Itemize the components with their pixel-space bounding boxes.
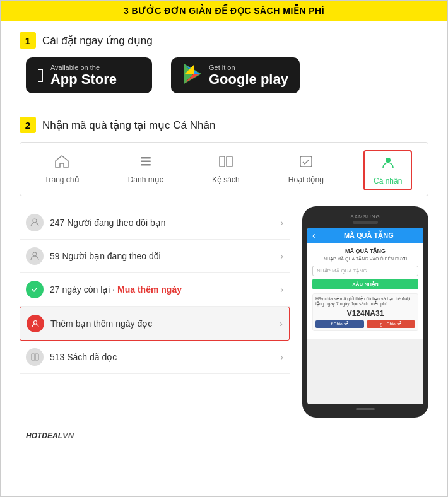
addfriend-chevron: › xyxy=(280,319,283,329)
step2-number: 2 xyxy=(20,117,36,133)
footer-logo: HOTDEALVN xyxy=(26,431,74,447)
step2-label: Nhận mã quà tặng tại mục Cá Nhân xyxy=(42,119,215,132)
tab-hoatdong[interactable]: Hoạt động xyxy=(280,150,333,190)
svg-rect-15 xyxy=(32,354,35,360)
tab-canhan-label: Cá nhân xyxy=(374,177,402,185)
phone-input: NHẬP MÃ QUÀ TẶNG xyxy=(312,266,418,276)
googleplay-main: Google play xyxy=(209,72,288,87)
phone-confirm-btn: XÁC NHẬN xyxy=(312,279,418,289)
days-icon xyxy=(26,281,44,298)
addfriend-icon xyxy=(27,315,44,332)
main-row: 247 Người đang theo dõi bạn › 59 Người b… xyxy=(20,206,428,418)
svg-rect-16 xyxy=(35,354,38,360)
phone-subtitle: NHẬP MÃ QUÀ TẶNG VÀO Ô BÊN DƯỚI xyxy=(312,257,418,262)
list-item-following[interactable]: 59 Người bạn đang theo dõi › xyxy=(20,240,290,273)
home-icon xyxy=(54,154,70,173)
following-text: 59 Người bạn đang theo dõi xyxy=(50,251,275,261)
left-panel: 247 Người đang theo dõi bạn › 59 Người b… xyxy=(20,206,290,374)
following-icon xyxy=(26,247,44,265)
phone-screen-title: MÃ QUÀ TẶNG xyxy=(319,231,418,240)
step2-section: 2 Nhận mã quà tặng tại mục Cá Nhân Trang… xyxy=(20,117,428,418)
days-chevron: › xyxy=(280,284,283,295)
apple-icon:  xyxy=(37,66,44,85)
tab-hoatdong-label: Hoạt động xyxy=(288,175,324,184)
booksread-chevron: › xyxy=(280,352,283,362)
svg-point-11 xyxy=(386,158,391,163)
list-item-booksread[interactable]: 513 Sách đã đọc › xyxy=(20,341,290,374)
phone-speaker xyxy=(353,221,378,224)
phone-section-title: MÃ QUÀ TẶNG xyxy=(312,248,418,254)
phone-share-box: Hãy chia sẻ mã giới thiệu đó bạn và bạn … xyxy=(312,293,418,331)
followers-chevron: › xyxy=(280,218,283,228)
phone-bottom-bar xyxy=(356,408,375,410)
bookshelf-icon xyxy=(218,154,234,173)
appstore-text: Available on the App Store xyxy=(50,64,117,87)
phone-share-gg[interactable]: g+ Chia sẻ xyxy=(367,320,415,328)
phone-screen-header: ‹ MÃ QUÀ TẶNG xyxy=(307,228,423,243)
svg-rect-7 xyxy=(141,164,151,166)
tab-kesach[interactable]: Kệ sách xyxy=(203,150,249,190)
followers-text: 247 Người đang theo dõi bạn xyxy=(50,218,275,228)
list-icon xyxy=(138,154,154,173)
tab-trangchu[interactable]: Trang chủ xyxy=(36,150,88,190)
svg-rect-5 xyxy=(141,157,151,159)
booksread-text: 513 Sách đã đọc xyxy=(50,352,275,362)
list-item-addfriend[interactable]: Thêm bạn thêm ngày đọc › xyxy=(20,307,290,341)
divider1 xyxy=(20,105,428,105)
gplus-icon: g+ xyxy=(380,322,386,326)
googleplay-icon xyxy=(182,64,203,87)
phone-outer: SAMSUNG ‹ MÃ QUÀ TẶNG MÃ QUÀ TẶNG NHẬP M… xyxy=(302,206,428,418)
phone-share-btns: f Chia sẻ g+ Chia sẻ xyxy=(315,320,415,328)
tab-canhan[interactable]: Cá nhân xyxy=(363,150,412,190)
tab-kesach-label: Kệ sách xyxy=(212,175,240,184)
phone-brand: SAMSUNG xyxy=(307,214,423,219)
googleplay-button[interactable]: Get it on Google play xyxy=(171,57,300,93)
footer: HOTDEALVN xyxy=(20,430,428,447)
nav-tabs: Trang chủ Danh mục xyxy=(20,142,428,196)
svg-rect-8 xyxy=(220,156,225,167)
appstore-button[interactable]:  Available on the App Store xyxy=(26,57,152,93)
phone-screen: ‹ MÃ QUÀ TẶNG MÃ QUÀ TẶNG NHẬP MÃ QUÀ TẶ… xyxy=(307,228,423,404)
header-banner: 3 BƯỚC ĐƠN GIẢN ĐỂ ĐỌC SÁCH MIỄN PHÍ xyxy=(1,1,447,21)
list-item-followers[interactable]: 247 Người đang theo dõi bạn › xyxy=(20,206,290,240)
phone-share-fb[interactable]: f Chia sẻ xyxy=(315,320,364,328)
following-chevron: › xyxy=(280,251,283,261)
step1-label: Cài đặt ngay ứng dụng xyxy=(42,34,153,47)
tab-trangchu-label: Trang chủ xyxy=(45,175,80,184)
svg-rect-6 xyxy=(141,161,151,163)
svg-point-12 xyxy=(33,219,37,223)
phone-back-icon: ‹ xyxy=(312,230,315,240)
phone-code: V124NA31 xyxy=(315,309,415,318)
googleplay-text: Get it on Google play xyxy=(209,64,288,87)
step1-section: 1 Cài đặt ngay ứng dụng  Available on t… xyxy=(20,32,428,93)
svg-rect-10 xyxy=(300,156,312,167)
step2-title: 2 Nhận mã quà tặng tại mục Cá Nhân xyxy=(20,117,428,133)
tab-danhmuc-label: Danh mục xyxy=(128,175,163,184)
svg-point-14 xyxy=(34,321,37,324)
step1-title: 1 Cài đặt ngay ứng dụng xyxy=(20,32,428,49)
phone-share-text: Hãy chia sẻ mã giới thiệu đó bạn và bạn … xyxy=(315,296,415,307)
person-icon xyxy=(380,155,396,174)
footer-logo-suffix: VN xyxy=(62,430,74,440)
phone-content: MÃ QUÀ TẶNG NHẬP MÃ QUÀ TẶNG VÀO Ô BÊN D… xyxy=(307,243,423,339)
banner-text: 3 BƯỚC ĐƠN GIẢN ĐỂ ĐỌC SÁCH MIỄN PHÍ xyxy=(124,6,324,16)
days-text: 27 ngày còn lại · Mua thêm ngày xyxy=(50,284,275,295)
addfriend-text: Thêm bạn thêm ngày đọc xyxy=(50,319,274,329)
svg-point-13 xyxy=(33,252,37,256)
step1-number: 1 xyxy=(20,32,36,49)
facebook-icon: f xyxy=(331,322,333,326)
svg-rect-9 xyxy=(227,156,232,167)
appstore-main: App Store xyxy=(50,72,117,87)
tab-danhmuc[interactable]: Danh mục xyxy=(119,150,172,190)
followers-icon xyxy=(26,214,44,231)
phone-mockup: SAMSUNG ‹ MÃ QUÀ TẶNG MÃ QUÀ TẶNG NHẬP M… xyxy=(302,206,428,418)
booksread-icon xyxy=(26,348,44,366)
list-item-days[interactable]: 27 ngày còn lại · Mua thêm ngày › xyxy=(20,273,290,307)
activity-icon xyxy=(298,154,314,173)
app-buttons-container:  Available on the App Store xyxy=(20,57,428,93)
